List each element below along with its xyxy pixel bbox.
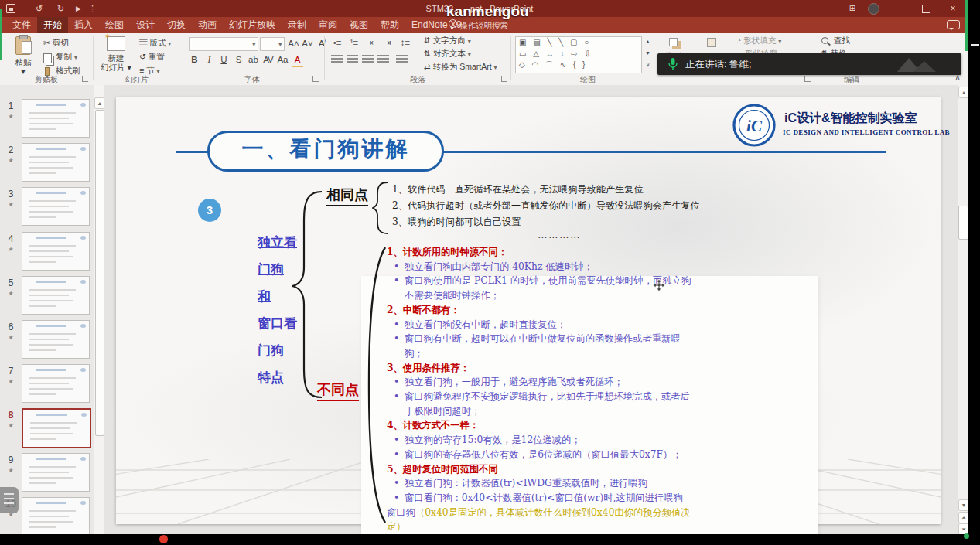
shapes-scroll-down-icon[interactable]: ▼ bbox=[642, 47, 654, 60]
tab-绘图[interactable]: 绘图 bbox=[99, 17, 130, 33]
font-style-button-i[interactable]: I bbox=[203, 53, 215, 66]
save-icon[interactable] bbox=[6, 4, 15, 13]
decrease-font-icon[interactable]: A˅ bbox=[302, 37, 313, 49]
align-left-icon[interactable] bbox=[331, 55, 343, 63]
font-style-button-b[interactable]: B bbox=[189, 53, 200, 66]
slide-thumbnail[interactable] bbox=[22, 276, 90, 315]
slide-thumbnail[interactable] bbox=[22, 143, 90, 182]
tab-切换[interactable]: 切换 bbox=[161, 17, 192, 33]
ribbon-display-options-icon[interactable]: ⊞ bbox=[845, 0, 860, 17]
font-dialog-launcher-icon[interactable] bbox=[312, 76, 319, 82]
line-spacing-icon[interactable]: ↕≡ bbox=[398, 36, 412, 49]
tab-审阅[interactable]: 审阅 bbox=[312, 17, 343, 33]
slide-title-shape[interactable]: 一、看门狗讲解 bbox=[207, 131, 444, 172]
tab-视图[interactable]: 视图 bbox=[343, 17, 374, 33]
shape-fill-button[interactable]: ◔ 形状填充 ▾ bbox=[736, 36, 781, 46]
clear-format-icon[interactable]: A̸ bbox=[316, 37, 327, 49]
increase-indent-icon[interactable]: ⇥ bbox=[381, 36, 393, 49]
start-slideshow-icon[interactable]: ▶ bbox=[76, 0, 81, 17]
previous-slide-icon[interactable]: ⏶ bbox=[958, 512, 969, 523]
redo-icon[interactable]: ↻ bbox=[57, 0, 64, 17]
same-point-row: 3、喂狗的时间都可以自己设置 bbox=[392, 214, 700, 230]
slide-thumbnail[interactable] bbox=[22, 99, 90, 138]
font-style-button-a[interactable]: A bbox=[292, 53, 303, 67]
close-button[interactable]: × bbox=[942, 0, 964, 17]
paste-button[interactable]: 粘贴▾ bbox=[8, 36, 39, 76]
slide-thumbnail[interactable] bbox=[22, 187, 90, 226]
quick-styles-icon bbox=[707, 38, 716, 47]
slide-thumbnail[interactable] bbox=[22, 364, 90, 403]
tab-幻灯片放映[interactable]: 幻灯片放映 bbox=[223, 17, 282, 33]
thumb-scroll-up-icon[interactable]: ▲ bbox=[94, 97, 105, 109]
shapes-scroll-up-icon[interactable]: ▲ bbox=[642, 36, 654, 48]
same-point-row: 2、代码执行超时（或者外部一直触发你的中断）导致没法喂狗会产生复位 bbox=[392, 198, 700, 214]
group-label-drawing: 绘图 bbox=[541, 74, 634, 85]
smartart-button[interactable]: ⇄ 转换为 SmartArt ▾ bbox=[424, 62, 497, 73]
align-center-icon[interactable] bbox=[347, 55, 358, 63]
tab-文件[interactable]: 文件 bbox=[6, 17, 37, 33]
find-button[interactable]: 查找 bbox=[821, 36, 850, 46]
tab-录制[interactable]: 录制 bbox=[282, 17, 312, 33]
reset-button[interactable]: ↺ 重置 bbox=[139, 52, 165, 63]
copy-button[interactable]: 复制 ▾ bbox=[43, 52, 77, 63]
shapes-more-icon[interactable]: ⊽ bbox=[642, 59, 654, 71]
tab-帮助[interactable]: 帮助 bbox=[374, 17, 405, 33]
layout-button[interactable]: ▤ 版式 ▾ bbox=[139, 38, 171, 49]
shape-row[interactable]: ▣ ▤ ╲ ╲ ▢ ○ bbox=[516, 37, 641, 49]
shapes-gallery[interactable]: ▣ ▤ ╲ ╲ ▢ ○▭ △ ↔ ↕ ⇨ ⇩◇ ◠ ⌒ ∿ { } bbox=[515, 36, 642, 73]
slide-thumbnail[interactable] bbox=[22, 320, 90, 359]
scroll-up-icon[interactable]: ▲ bbox=[958, 87, 969, 98]
diff-point-row: 窗口狗（0x40是固定的，具体减计数什么时候到0x40由你的预分频值决定） bbox=[387, 506, 699, 534]
tab-动画[interactable]: 动画 bbox=[192, 17, 223, 33]
align-right-icon[interactable] bbox=[362, 55, 374, 63]
tab-开始[interactable]: 开始 bbox=[37, 17, 68, 33]
paragraph-dialog-launcher-icon[interactable] bbox=[501, 76, 507, 82]
tab-设计[interactable]: 设计 bbox=[130, 17, 161, 33]
account-avatar[interactable] bbox=[868, 3, 879, 15]
microphone-icon bbox=[668, 58, 678, 71]
font-style-button-s[interactable]: S bbox=[233, 53, 244, 66]
slide-thumbnail[interactable] bbox=[22, 453, 90, 492]
decrease-indent-icon[interactable]: ⇤ bbox=[367, 36, 379, 49]
columns-icon[interactable] bbox=[396, 55, 408, 63]
animation-star-icon: ★ bbox=[5, 467, 17, 474]
increase-font-icon[interactable]: A˄ bbox=[288, 37, 299, 49]
undo-icon[interactable]: ↺ bbox=[36, 0, 43, 17]
shape-row[interactable]: ◇ ◠ ⌒ ∿ { } bbox=[516, 60, 641, 71]
diff-points-brace bbox=[367, 246, 387, 524]
font-name-select[interactable]: ▾ bbox=[189, 37, 258, 51]
text-direction-button[interactable]: ⇵ 文字方向 ▾ bbox=[424, 36, 471, 46]
mouse-move-cursor bbox=[652, 278, 666, 292]
slide-thumbnail[interactable] bbox=[22, 497, 90, 536]
drawing-dialog-launcher-icon[interactable] bbox=[804, 76, 811, 82]
quick-access-more-icon[interactable]: ⋮ bbox=[88, 0, 97, 17]
font-style-button-u[interactable]: U bbox=[218, 53, 230, 66]
overlay-watermark-text: kanmengou bbox=[446, 3, 529, 20]
slide-thumbnail[interactable] bbox=[22, 408, 91, 448]
numbered-list-icon[interactable]: ¹≡ bbox=[347, 36, 361, 49]
comments-icon[interactable] bbox=[947, 20, 960, 29]
scroll-down-icon[interactable]: ▼ bbox=[958, 499, 969, 511]
thumbnail-scrollbar[interactable]: ▲ bbox=[94, 85, 104, 534]
font-style-button-av[interactable]: AV bbox=[262, 53, 274, 66]
main-scrollbar[interactable]: ▲ ▼ ⏶ ⏷ bbox=[958, 85, 968, 534]
tell-me-search[interactable]: 操作说明搜索 bbox=[459, 20, 508, 31]
slide-thumbnail[interactable] bbox=[22, 232, 90, 271]
shape-row[interactable]: ▭ △ ↔ ↕ ⇨ ⇩ bbox=[516, 49, 641, 60]
tab-插入[interactable]: 插入 bbox=[68, 17, 99, 33]
thumb-scroll-thumb[interactable] bbox=[95, 110, 104, 436]
bullet-list-icon[interactable]: •≡ bbox=[330, 36, 344, 49]
scroll-thumb[interactable] bbox=[958, 206, 968, 240]
thumbnail-panel-handle[interactable] bbox=[0, 487, 19, 513]
align-text-button[interactable]: ⇅ 对齐文本 ▾ bbox=[424, 49, 471, 60]
justify-icon[interactable] bbox=[377, 55, 389, 63]
minimize-button[interactable]: – bbox=[886, 0, 908, 17]
restore-button[interactable] bbox=[922, 5, 930, 13]
font-style-button-ab[interactable]: ab bbox=[248, 53, 259, 66]
clipboard-dialog-launcher-icon[interactable] bbox=[82, 76, 88, 82]
cut-button[interactable]: ✂ 剪切 bbox=[43, 38, 69, 49]
thumbnail-number: 9 bbox=[5, 455, 17, 465]
new-slide-button[interactable]: 新建幻灯片 ▾ bbox=[99, 36, 133, 72]
font-style-button-aa[interactable]: Aa bbox=[277, 53, 289, 66]
font-size-select[interactable]: ▾ bbox=[260, 37, 285, 51]
